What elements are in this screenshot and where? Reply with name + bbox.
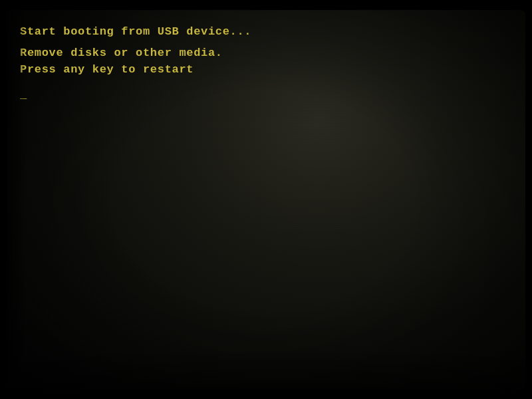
monitor-screen: Start booting from USB device... Remove …	[7, 10, 525, 389]
remove-disks-line: Remove disks or other media.	[20, 45, 251, 62]
boot-line: Start booting from USB device...	[20, 23, 251, 41]
terminal-output: Start booting from USB device... Remove …	[20, 23, 251, 103]
press-any-key-line: Press any key to restart	[20, 61, 251, 78]
left-vignette	[7, 10, 27, 389]
bottom-vignette	[7, 349, 525, 389]
